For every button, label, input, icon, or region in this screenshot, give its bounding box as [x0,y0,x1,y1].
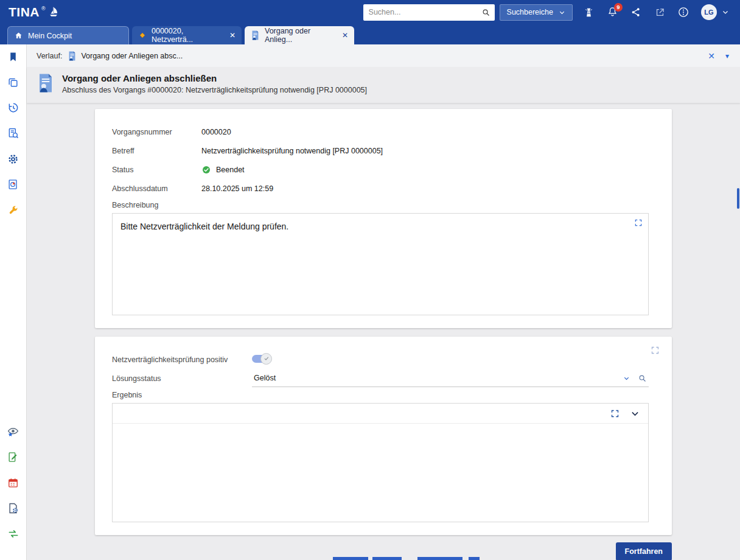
status-value: Beendet [201,165,649,175]
bottom-artifact [372,557,402,560]
info-circle-icon [677,6,689,18]
brand-registered-mark: ® [41,5,46,12]
expand-fullscreen-icon[interactable] [651,346,660,355]
user-avatar[interactable]: LG [701,4,717,20]
toggle-knob [260,353,272,365]
user-menu-chevron[interactable] [719,3,731,21]
chevron-down-icon [722,9,729,16]
tab-vorgang-abschliessen-active[interactable]: Vorgang oder Anlieg... ✕ [245,26,354,44]
sidebar-watchlist-button[interactable] [5,423,22,440]
sidebar-history-button[interactable] [5,99,22,116]
wrench-icon [7,205,19,216]
topbar-actions: Suchbereiche 9 [363,3,731,21]
search-scope-dropdown[interactable]: Suchbereiche [500,4,573,21]
bookmark-icon [8,51,18,63]
sidebar-document-settings-button[interactable] [5,500,22,517]
description-text: Bitte Netzverträglichkeit der Meldung pr… [120,222,627,231]
report-pie-icon [7,178,19,191]
close-view-button[interactable]: ✕ [708,51,715,61]
sync-arrows-icon [7,528,19,540]
global-search-box [363,4,495,21]
icon-sidebar [0,44,27,560]
notifications-button[interactable]: 9 [604,3,620,21]
solution-status-label: Lösungsstatus [112,374,252,383]
task-document-icon [68,51,77,61]
expand-fullscreen-icon[interactable] [610,409,620,418]
field-row-betreff: Betreff Netzverträglichkeitsprüfung notw… [112,141,649,160]
history-breadcrumb-row: Verlauf: Vorgang oder Anliegen absc... ✕… [27,44,740,67]
tab-close-button[interactable]: ✕ [342,31,348,40]
sidebar-settings-button[interactable] [5,150,22,167]
tab-vorgang-0000020[interactable]: 0000020, Netzverträ... ✕ [132,26,242,44]
sidebar-calendar-button[interactable] [5,474,22,491]
breadcrumb-item-label: Vorgang oder Anliegen absc... [81,52,183,60]
solution-status-select[interactable]: Gelöst [252,370,649,387]
bottom-artifact [333,557,368,560]
lighthouse-button[interactable] [581,3,596,21]
tab-label: Vorgang oder Anlieg... [265,27,337,44]
page-body: Vorgangsnummer 0000020 Betreff Netzvertr… [27,103,740,560]
brand-logo[interactable]: TINA ® [9,4,60,20]
diamond-icon [138,31,147,40]
notification-badge: 9 [614,3,623,12]
tab-bar: Mein Cockpit 0000020, Netzverträ... ✕ Vo… [0,24,740,44]
sidebar-tools-button[interactable] [5,201,22,219]
search-input[interactable] [363,8,478,16]
description-textarea[interactable]: Bitte Netzverträglichkeit der Meldung pr… [112,213,649,315]
field-value: Netzverträglichkeitsprüfung notwendig [P… [201,147,649,155]
result-label: Ergebnis [112,391,649,399]
editor-toolbar-chevron-icon[interactable] [630,408,640,419]
sailboat-icon [47,4,60,18]
lighthouse-icon [584,7,594,18]
details-card: Vorgangsnummer 0000020 Betreff Netzvertr… [95,109,672,328]
duplicate-icon [7,77,19,88]
sidebar-bookmark-button[interactable] [5,48,22,65]
tab-mein-cockpit[interactable]: Mein Cockpit [7,26,129,44]
result-richtext-editor[interactable] [112,403,649,522]
tab-label: Mein Cockpit [28,32,72,40]
netzvertraeglichkeit-toggle[interactable] [252,355,270,363]
editor-toolbar [113,404,648,424]
page-header-text: Vorgang oder Anliegen abschließen Abschl… [62,73,367,94]
sidebar-sync-button[interactable] [5,525,22,542]
field-value: 28.10.2025 um 12:59 [201,184,649,193]
field-label: Betreff [112,147,201,155]
main-layout: Verlauf: Vorgang oder Anliegen absc... ✕… [0,44,740,560]
breadcrumb-item[interactable]: Vorgang oder Anliegen absc... [68,51,183,61]
search-icon [481,8,490,17]
expand-fullscreen-icon[interactable] [634,219,643,227]
chevron-down-icon [559,9,565,16]
topbar: TINA ® Suchbereiche [0,0,740,24]
search-submit-button[interactable] [478,4,495,21]
result-editor-body[interactable] [113,424,648,522]
field-label: Status [112,166,201,174]
breadcrumb-label: Verlauf: [37,52,62,60]
continue-button[interactable]: Fortfahren [616,542,672,560]
share-button[interactable] [628,3,644,21]
status-check-icon [201,165,211,175]
field-row-abschlussdatum: Abschlussdatum 28.10.2025 um 12:59 [112,179,649,198]
toggle-row: Netzverträglichkeitsprüfung positiv [112,350,649,369]
brand-text: TINA [9,4,40,20]
field-row-status: Status Beendet [112,160,649,179]
sidebar-document-search-button[interactable] [5,125,22,142]
toggle-label: Netzverträglichkeitsprüfung positiv [112,355,252,364]
sidebar-report-button[interactable] [5,176,22,193]
help-menu-button[interactable] [675,3,691,21]
sidebar-edit-document-button[interactable] [5,449,22,466]
vertical-scrollbar-thumb[interactable] [737,188,739,209]
completion-form-card: Netzverträglichkeitsprüfung positiv Lösu… [95,337,672,535]
document-search-icon [7,127,19,139]
view-options-chevron[interactable]: ▾ [725,52,729,60]
field-label: Vorgangsnummer [112,128,201,136]
open-external-button[interactable] [652,3,668,21]
page-subtitle: Abschluss des Vorgangs #0000020: Netzver… [62,86,367,94]
share-icon [630,7,641,18]
tab-close-button[interactable]: ✕ [229,31,236,40]
external-link-icon [655,7,665,18]
lookup-search-icon[interactable] [638,374,647,383]
status-badge: Beendet [216,166,245,174]
description-label: Beschreibung [112,201,649,209]
sidebar-duplicate-button[interactable] [5,74,22,91]
content-area: Verlauf: Vorgang oder Anliegen absc... ✕… [27,44,740,560]
